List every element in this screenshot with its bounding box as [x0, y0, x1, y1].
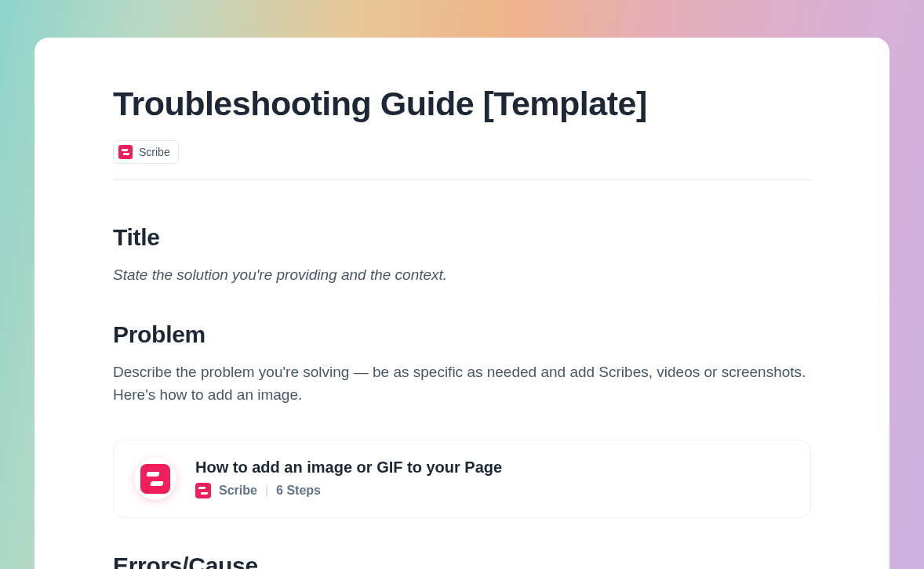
document-title: Troubleshooting Guide [Template]	[113, 85, 811, 123]
tag-row: Scribe	[113, 140, 811, 180]
scribe-icon	[140, 464, 170, 494]
section-heading: Title	[113, 224, 811, 251]
section-description: Describe the problem you're solving — be…	[113, 361, 811, 407]
section-heading: Errors/Cause	[113, 553, 811, 569]
embed-meta: Scribe | 6 Steps	[195, 483, 790, 498]
embed-icon-wrap	[134, 458, 176, 500]
section-description: State the solution you're providing and …	[113, 263, 811, 286]
scribe-embed-card[interactable]: How to add an image or GIF to your Page …	[113, 440, 811, 518]
embed-steps: 6 Steps	[276, 484, 321, 498]
section-title: Title State the solution you're providin…	[113, 224, 811, 286]
scribe-tag[interactable]: Scribe	[113, 140, 179, 164]
embed-source: Scribe	[219, 484, 257, 498]
section-problem: Problem Describe the problem you're solv…	[113, 321, 811, 518]
document-card: Troubleshooting Guide [Template] Scribe …	[35, 38, 889, 569]
scribe-icon	[118, 145, 133, 159]
embed-title: How to add an image or GIF to your Page	[195, 458, 790, 477]
separator: |	[265, 484, 268, 498]
section-heading: Problem	[113, 321, 811, 348]
embed-body: How to add an image or GIF to your Page …	[195, 458, 790, 498]
section-errors: Errors/Cause	[113, 553, 811, 569]
scribe-tag-label: Scribe	[139, 146, 170, 158]
scribe-icon	[195, 483, 211, 498]
